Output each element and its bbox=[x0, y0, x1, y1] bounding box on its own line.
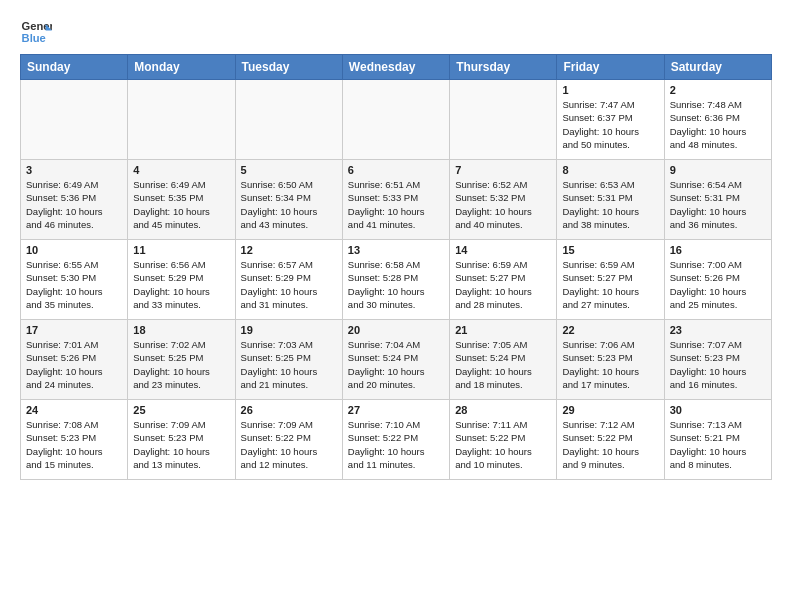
calendar-cell: 1Sunrise: 7:47 AMSunset: 6:37 PMDaylight… bbox=[557, 80, 664, 160]
calendar-cell: 28Sunrise: 7:11 AMSunset: 5:22 PMDayligh… bbox=[450, 400, 557, 480]
cell-content: Sunrise: 7:09 AMSunset: 5:22 PMDaylight:… bbox=[241, 418, 337, 471]
day-header-thursday: Thursday bbox=[450, 55, 557, 80]
cell-content: Sunrise: 6:51 AMSunset: 5:33 PMDaylight:… bbox=[348, 178, 444, 231]
week-row-4: 24Sunrise: 7:08 AMSunset: 5:23 PMDayligh… bbox=[21, 400, 772, 480]
day-number: 29 bbox=[562, 404, 658, 416]
header: General Blue bbox=[20, 16, 772, 48]
calendar-cell: 10Sunrise: 6:55 AMSunset: 5:30 PMDayligh… bbox=[21, 240, 128, 320]
calendar-cell: 2Sunrise: 7:48 AMSunset: 6:36 PMDaylight… bbox=[664, 80, 771, 160]
calendar-cell: 26Sunrise: 7:09 AMSunset: 5:22 PMDayligh… bbox=[235, 400, 342, 480]
calendar-cell: 27Sunrise: 7:10 AMSunset: 5:22 PMDayligh… bbox=[342, 400, 449, 480]
day-header-sunday: Sunday bbox=[21, 55, 128, 80]
day-number: 16 bbox=[670, 244, 766, 256]
day-number: 27 bbox=[348, 404, 444, 416]
day-number: 5 bbox=[241, 164, 337, 176]
cell-content: Sunrise: 6:58 AMSunset: 5:28 PMDaylight:… bbox=[348, 258, 444, 311]
cell-content: Sunrise: 7:05 AMSunset: 5:24 PMDaylight:… bbox=[455, 338, 551, 391]
cell-content: Sunrise: 6:57 AMSunset: 5:29 PMDaylight:… bbox=[241, 258, 337, 311]
calendar-cell: 4Sunrise: 6:49 AMSunset: 5:35 PMDaylight… bbox=[128, 160, 235, 240]
cell-content: Sunrise: 7:48 AMSunset: 6:36 PMDaylight:… bbox=[670, 98, 766, 151]
day-header-tuesday: Tuesday bbox=[235, 55, 342, 80]
calendar-cell: 12Sunrise: 6:57 AMSunset: 5:29 PMDayligh… bbox=[235, 240, 342, 320]
calendar-cell bbox=[342, 80, 449, 160]
cell-content: Sunrise: 7:12 AMSunset: 5:22 PMDaylight:… bbox=[562, 418, 658, 471]
calendar-cell: 16Sunrise: 7:00 AMSunset: 5:26 PMDayligh… bbox=[664, 240, 771, 320]
cell-content: Sunrise: 6:50 AMSunset: 5:34 PMDaylight:… bbox=[241, 178, 337, 231]
day-number: 24 bbox=[26, 404, 122, 416]
cell-content: Sunrise: 6:52 AMSunset: 5:32 PMDaylight:… bbox=[455, 178, 551, 231]
calendar-cell: 13Sunrise: 6:58 AMSunset: 5:28 PMDayligh… bbox=[342, 240, 449, 320]
calendar-cell: 20Sunrise: 7:04 AMSunset: 5:24 PMDayligh… bbox=[342, 320, 449, 400]
day-header-saturday: Saturday bbox=[664, 55, 771, 80]
calendar-cell bbox=[450, 80, 557, 160]
logo: General Blue bbox=[20, 16, 52, 48]
page: General Blue SundayMondayTuesdayWednesda… bbox=[0, 0, 792, 490]
cell-content: Sunrise: 7:09 AMSunset: 5:23 PMDaylight:… bbox=[133, 418, 229, 471]
calendar-cell: 24Sunrise: 7:08 AMSunset: 5:23 PMDayligh… bbox=[21, 400, 128, 480]
cell-content: Sunrise: 7:11 AMSunset: 5:22 PMDaylight:… bbox=[455, 418, 551, 471]
day-number: 11 bbox=[133, 244, 229, 256]
week-row-1: 3Sunrise: 6:49 AMSunset: 5:36 PMDaylight… bbox=[21, 160, 772, 240]
calendar-cell: 25Sunrise: 7:09 AMSunset: 5:23 PMDayligh… bbox=[128, 400, 235, 480]
cell-content: Sunrise: 7:00 AMSunset: 5:26 PMDaylight:… bbox=[670, 258, 766, 311]
calendar-cell: 21Sunrise: 7:05 AMSunset: 5:24 PMDayligh… bbox=[450, 320, 557, 400]
cell-content: Sunrise: 6:49 AMSunset: 5:36 PMDaylight:… bbox=[26, 178, 122, 231]
calendar-cell: 17Sunrise: 7:01 AMSunset: 5:26 PMDayligh… bbox=[21, 320, 128, 400]
calendar-cell: 5Sunrise: 6:50 AMSunset: 5:34 PMDaylight… bbox=[235, 160, 342, 240]
logo-icon: General Blue bbox=[20, 16, 52, 48]
day-number: 2 bbox=[670, 84, 766, 96]
day-number: 15 bbox=[562, 244, 658, 256]
day-number: 21 bbox=[455, 324, 551, 336]
cell-content: Sunrise: 6:53 AMSunset: 5:31 PMDaylight:… bbox=[562, 178, 658, 231]
day-number: 17 bbox=[26, 324, 122, 336]
day-number: 20 bbox=[348, 324, 444, 336]
calendar-cell bbox=[21, 80, 128, 160]
day-number: 9 bbox=[670, 164, 766, 176]
calendar-cell: 22Sunrise: 7:06 AMSunset: 5:23 PMDayligh… bbox=[557, 320, 664, 400]
cell-content: Sunrise: 7:06 AMSunset: 5:23 PMDaylight:… bbox=[562, 338, 658, 391]
week-row-3: 17Sunrise: 7:01 AMSunset: 5:26 PMDayligh… bbox=[21, 320, 772, 400]
calendar-cell bbox=[235, 80, 342, 160]
cell-content: Sunrise: 6:54 AMSunset: 5:31 PMDaylight:… bbox=[670, 178, 766, 231]
cell-content: Sunrise: 7:02 AMSunset: 5:25 PMDaylight:… bbox=[133, 338, 229, 391]
calendar-cell: 23Sunrise: 7:07 AMSunset: 5:23 PMDayligh… bbox=[664, 320, 771, 400]
calendar-cell: 14Sunrise: 6:59 AMSunset: 5:27 PMDayligh… bbox=[450, 240, 557, 320]
day-header-friday: Friday bbox=[557, 55, 664, 80]
day-number: 23 bbox=[670, 324, 766, 336]
day-number: 30 bbox=[670, 404, 766, 416]
calendar-cell: 7Sunrise: 6:52 AMSunset: 5:32 PMDaylight… bbox=[450, 160, 557, 240]
calendar-cell: 19Sunrise: 7:03 AMSunset: 5:25 PMDayligh… bbox=[235, 320, 342, 400]
day-number: 8 bbox=[562, 164, 658, 176]
cell-content: Sunrise: 7:08 AMSunset: 5:23 PMDaylight:… bbox=[26, 418, 122, 471]
calendar-cell: 30Sunrise: 7:13 AMSunset: 5:21 PMDayligh… bbox=[664, 400, 771, 480]
cell-content: Sunrise: 7:04 AMSunset: 5:24 PMDaylight:… bbox=[348, 338, 444, 391]
cell-content: Sunrise: 6:49 AMSunset: 5:35 PMDaylight:… bbox=[133, 178, 229, 231]
cell-content: Sunrise: 7:10 AMSunset: 5:22 PMDaylight:… bbox=[348, 418, 444, 471]
calendar-cell: 29Sunrise: 7:12 AMSunset: 5:22 PMDayligh… bbox=[557, 400, 664, 480]
week-row-2: 10Sunrise: 6:55 AMSunset: 5:30 PMDayligh… bbox=[21, 240, 772, 320]
svg-text:Blue: Blue bbox=[22, 32, 46, 44]
day-number: 6 bbox=[348, 164, 444, 176]
header-row: SundayMondayTuesdayWednesdayThursdayFrid… bbox=[21, 55, 772, 80]
calendar-cell bbox=[128, 80, 235, 160]
calendar-table: SundayMondayTuesdayWednesdayThursdayFrid… bbox=[20, 54, 772, 480]
day-number: 3 bbox=[26, 164, 122, 176]
calendar-cell: 6Sunrise: 6:51 AMSunset: 5:33 PMDaylight… bbox=[342, 160, 449, 240]
calendar-cell: 3Sunrise: 6:49 AMSunset: 5:36 PMDaylight… bbox=[21, 160, 128, 240]
day-number: 12 bbox=[241, 244, 337, 256]
calendar-cell: 11Sunrise: 6:56 AMSunset: 5:29 PMDayligh… bbox=[128, 240, 235, 320]
day-number: 19 bbox=[241, 324, 337, 336]
calendar-cell: 15Sunrise: 6:59 AMSunset: 5:27 PMDayligh… bbox=[557, 240, 664, 320]
day-number: 25 bbox=[133, 404, 229, 416]
calendar-cell: 18Sunrise: 7:02 AMSunset: 5:25 PMDayligh… bbox=[128, 320, 235, 400]
day-number: 1 bbox=[562, 84, 658, 96]
day-number: 10 bbox=[26, 244, 122, 256]
calendar-cell: 9Sunrise: 6:54 AMSunset: 5:31 PMDaylight… bbox=[664, 160, 771, 240]
day-header-wednesday: Wednesday bbox=[342, 55, 449, 80]
cell-content: Sunrise: 7:01 AMSunset: 5:26 PMDaylight:… bbox=[26, 338, 122, 391]
calendar-cell: 8Sunrise: 6:53 AMSunset: 5:31 PMDaylight… bbox=[557, 160, 664, 240]
day-number: 4 bbox=[133, 164, 229, 176]
cell-content: Sunrise: 7:13 AMSunset: 5:21 PMDaylight:… bbox=[670, 418, 766, 471]
cell-content: Sunrise: 7:47 AMSunset: 6:37 PMDaylight:… bbox=[562, 98, 658, 151]
day-number: 22 bbox=[562, 324, 658, 336]
